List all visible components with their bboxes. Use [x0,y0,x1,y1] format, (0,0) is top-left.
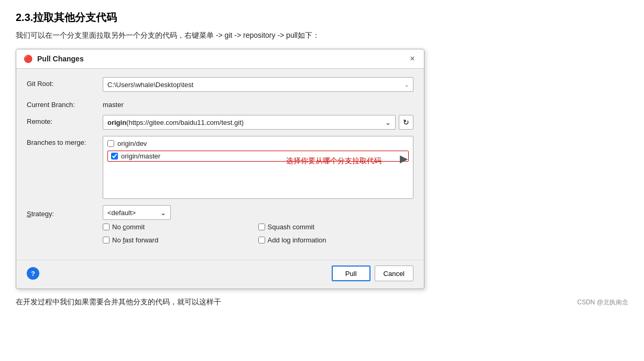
strategy-value: <default> [107,209,136,217]
branches-row: Branches to merge: origin/dev origin/mas… [27,136,413,199]
no-fast-forward-checkbox[interactable] [103,237,110,243]
csdn-watermark: CSDN @北执南念 [577,298,628,307]
strategy-row: Strategy: <default> ⌄ [27,205,413,220]
page-description: 我们可以在一个分支里面拉取另外一个分支的代码，右键菜单 -> git -> re… [16,31,628,40]
no-commit-option[interactable]: No commit [103,223,248,231]
cancel-button[interactable]: Cancel [375,266,413,281]
dialog-titlebar: 🔴 Pull Changes × [16,49,424,69]
refresh-button[interactable]: ↻ [399,115,413,130]
remote-control: origin(https://gitee.com/baidu11.com/tes… [103,115,413,130]
add-log-checkbox[interactable] [258,237,265,243]
help-button[interactable]: ? [27,267,39,280]
strategy-control: <default> ⌄ [103,205,413,220]
branch-dev-checkbox[interactable] [107,140,114,147]
pull-button[interactable]: Pull [332,266,370,281]
branch-annotation: 选择你要从哪个分支拉取代码 [286,156,381,166]
strategy-label-rest: trategy: [31,210,54,218]
remote-label: Remote: [27,115,103,125]
chevron-down-icon: ⌄ [385,119,391,126]
git-root-row: Git Root: C:\Users\whale\Desktop\test ⌄ [27,77,413,92]
chevron-down-icon: ⌄ [405,82,409,88]
branch-dev-label: origin/dev [117,140,147,147]
no-fast-forward-label: No fast forward [112,236,158,244]
no-fast-forward-option[interactable]: No fast forward [103,236,248,244]
add-log-option[interactable]: Add log information [258,236,403,244]
strategy-label: Strategy: [27,207,103,218]
dialog-app-icon: 🔴 [23,54,33,64]
current-branch-row: Current Branch: master [27,98,413,109]
branch-master-checkbox[interactable] [111,153,118,160]
bottom-section: 在开发过程中我们如果需要合并其他分支的代码，就可以这样干 CSDN @北执南念 [16,298,628,307]
squash-commit-option[interactable]: Squash commit [258,223,403,231]
remote-row: Remote: origin(https://gitee.com/baidu11… [27,115,413,130]
branch-item-dev: origin/dev [107,140,409,147]
bottom-description: 在开发过程中我们如果需要合并其他分支的代码，就可以这样干 [16,298,221,307]
footer-actions: Pull Cancel [332,266,413,281]
squash-commit-checkbox[interactable] [258,224,265,230]
dialog-title-left: 🔴 Pull Changes [23,54,84,64]
branches-list: origin/dev origin/master 选择你要从哪个分支拉取代码 ▶ [103,136,413,199]
cursor-arrow-icon: ▶ [400,152,408,165]
git-root-label: Git Root: [27,77,103,88]
strategy-dropdown[interactable]: <default> ⌄ [103,205,171,220]
no-commit-checkbox[interactable] [103,224,110,230]
remote-bold: origin [107,119,126,126]
remote-dropdown[interactable]: origin(https://gitee.com/baidu11.com/tes… [103,115,396,130]
pull-changes-dialog: 🔴 Pull Changes × Git Root: C:\Users\whal… [16,49,424,289]
no-commit-label: No commit [112,223,145,231]
page-title: 2.3.拉取其他分支代码 [16,10,628,25]
git-root-dropdown[interactable]: C:\Users\whale\Desktop\test ⌄ [103,77,413,92]
branches-control: origin/dev origin/master 选择你要从哪个分支拉取代码 ▶ [103,136,413,199]
dialog-footer: ? Pull Cancel [16,260,424,289]
dialog-title-text: Pull Changes [37,55,84,63]
branches-label: Branches to merge: [27,136,103,146]
git-root-value: C:\Users\whale\Desktop\test [107,81,193,89]
close-button[interactable]: × [407,54,418,64]
remote-url: (https://gitee.com/baidu11.com/test.git) [126,119,244,126]
current-branch-label: Current Branch: [27,98,103,109]
branch-master-label: origin/master [121,152,160,160]
remote-text: origin(https://gitee.com/baidu11.com/tes… [107,119,244,126]
chevron-down-icon: ⌄ [160,209,166,217]
current-branch-value: master [103,98,124,109]
dialog-body: Git Root: C:\Users\whale\Desktop\test ⌄ … [16,69,424,258]
options-grid: No commit Squash commit No fast forward … [103,223,413,247]
strategy-label-text: S [27,210,31,218]
git-root-control: C:\Users\whale\Desktop\test ⌄ [103,77,413,92]
squash-commit-label: Squash commit [268,223,315,231]
add-log-label: Add log information [268,236,326,244]
